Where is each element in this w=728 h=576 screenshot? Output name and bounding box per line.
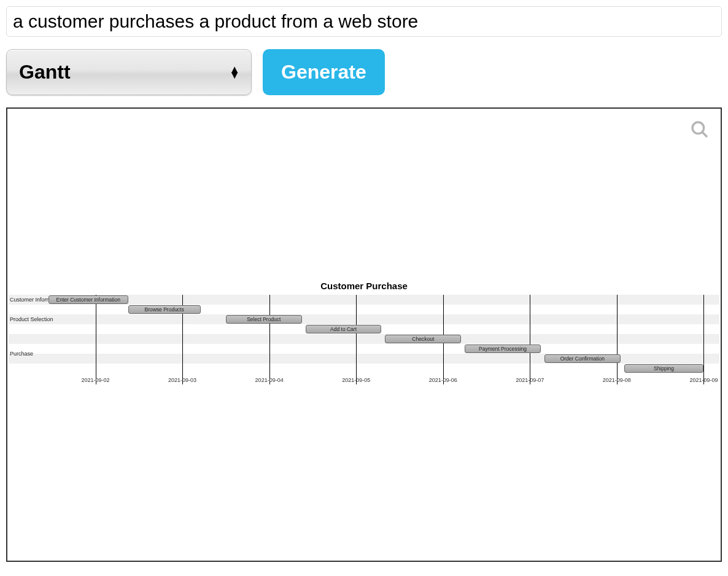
gantt-gridline: [356, 295, 357, 384]
gantt-row-band: [9, 305, 719, 314]
chart-title: Customer Purchase: [9, 281, 719, 291]
svg-point-0: [692, 122, 704, 134]
gantt-tick-label: 2021-09-03: [168, 377, 196, 383]
gantt-gridline: [530, 295, 530, 384]
gantt-bar[interactable]: Add to Cart: [306, 325, 382, 333]
gantt-bar[interactable]: Payment Processing: [465, 344, 541, 353]
gantt-section-label: Purchase: [10, 351, 33, 357]
gantt-tick-label: 2021-09-08: [603, 377, 631, 383]
gantt-bar[interactable]: Checkout: [385, 335, 461, 343]
generate-button[interactable]: Generate: [263, 49, 385, 95]
diagram-type-select[interactable]: Gantt ▲▼: [6, 49, 252, 95]
gantt-gridline: [617, 295, 618, 384]
gantt-bar[interactable]: Shipping: [624, 364, 704, 373]
diagram-type-value: Gantt: [19, 61, 71, 84]
zoom-icon[interactable]: [690, 120, 710, 139]
gantt-tick-label: 2021-09-05: [342, 377, 370, 383]
gantt-row-band: [9, 364, 719, 373]
gantt-tick-label: 2021-09-07: [516, 377, 544, 383]
select-arrows-icon: ▲▼: [229, 67, 240, 78]
gantt-bar[interactable]: Order Confirmation: [544, 354, 621, 363]
gantt-tick-label: 2021-09-04: [255, 377, 284, 383]
gantt-chart: Customer Purchase Customer InformationPr…: [9, 281, 719, 373]
gantt-row-band: [9, 314, 719, 324]
gantt-tick-label: 2021-09-02: [82, 377, 110, 383]
gantt-tick-label: 2021-09-09: [689, 377, 718, 383]
gantt-section-label: Product Selection: [10, 316, 53, 322]
gantt-row-band: [9, 344, 719, 354]
gantt-bar[interactable]: Select Product: [226, 315, 302, 324]
gantt-gridline: [703, 295, 704, 384]
gantt-bar[interactable]: Browse Products: [128, 305, 201, 314]
gantt-row-band: [9, 334, 719, 344]
gantt-bar[interactable]: Enter Customer Information: [48, 295, 128, 304]
svg-line-1: [702, 132, 707, 137]
gantt-gridline: [269, 295, 270, 384]
gantt-gridline: [96, 295, 96, 384]
prompt-input[interactable]: [6, 6, 722, 37]
chart-frame: Customer Purchase Customer InformationPr…: [6, 107, 722, 562]
gantt-tick-label: 2021-09-06: [429, 377, 457, 383]
